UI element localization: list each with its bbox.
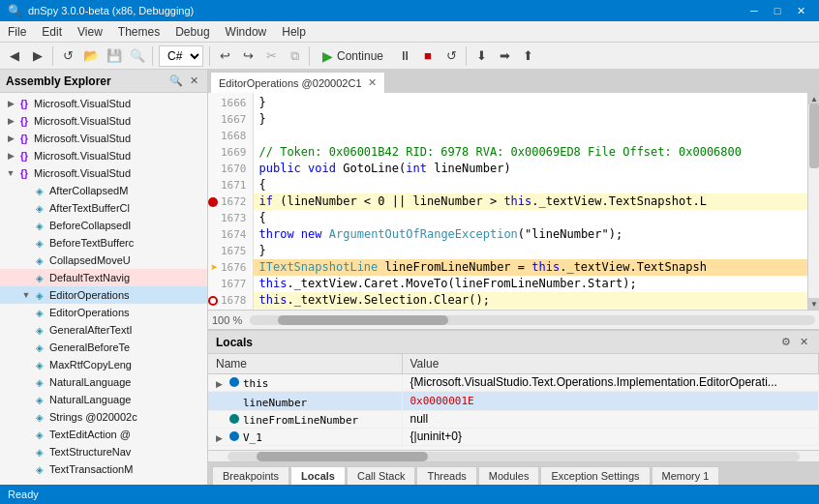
expand-icon-19[interactable] [19, 428, 33, 441]
tree-item-13[interactable]: ◈GeneralAfterTextI [0, 321, 207, 339]
tree-item-12[interactable]: ◈EditorOperations [0, 304, 207, 321]
menu-item-window[interactable]: Window [218, 22, 275, 42]
expand-icon-1[interactable]: ▶ [4, 114, 17, 128]
tree-item-1[interactable]: ▶{}Microsoft.VisualStud [0, 112, 207, 130]
editor-tab-close[interactable]: ✕ [368, 76, 377, 89]
tree-item-18[interactable]: ◈Strings @020002c [0, 408, 207, 426]
tree-item-16[interactable]: ◈NaturalLanguage [0, 373, 207, 391]
search-button[interactable]: 🔍 [127, 45, 148, 67]
pause-button[interactable]: ⏸ [394, 45, 415, 67]
menu-item-file[interactable]: File [0, 22, 34, 42]
tree-item-3[interactable]: ▶{}Microsoft.VisualStud [0, 147, 207, 164]
locals-h-scrollbar[interactable] [228, 452, 800, 461]
expand-icon-2[interactable]: ▶ [4, 132, 17, 145]
tree-item-11[interactable]: ▼◈EditorOperations [0, 286, 207, 304]
locals-expand-3[interactable]: ▶ [216, 433, 228, 443]
step-into-button[interactable]: ⬇ [470, 45, 492, 67]
expand-icon-4[interactable]: ▼ [4, 166, 17, 180]
expand-icon-18[interactable] [19, 410, 33, 424]
tree-item-14[interactable]: ◈GeneralBeforeTe [0, 339, 207, 356]
copy-button[interactable]: ⧉ [284, 45, 305, 67]
locals-row-3[interactable]: ▶V_1{|uninit+0} [208, 428, 819, 445]
step-over-button[interactable]: ➡ [494, 45, 515, 67]
refresh-button[interactable]: ↺ [57, 45, 78, 67]
tree-item-2[interactable]: ▶{}Microsoft.VisualStud [0, 130, 207, 147]
tree-item-10[interactable]: ◈DefaultTextNavig [0, 269, 207, 286]
tree-item-0[interactable]: ▶{}Microsoft.VisualStud [0, 95, 207, 112]
expand-icon-10[interactable] [19, 271, 33, 284]
bottom-tab-2[interactable]: Call Stack [347, 466, 416, 485]
menu-item-debug[interactable]: Debug [167, 22, 217, 42]
restart-button[interactable]: ↺ [440, 45, 462, 67]
locals-settings-button[interactable]: ⚙ [778, 335, 794, 350]
expand-icon-3[interactable]: ▶ [4, 149, 17, 163]
menu-item-edit[interactable]: Edit [34, 22, 70, 42]
cut-button[interactable]: ✂ [260, 45, 282, 67]
bottom-tab-6[interactable]: Memory 1 [652, 466, 720, 485]
locals-expand-0[interactable]: ▶ [216, 379, 228, 389]
tree-item-4[interactable]: ▼{}Microsoft.VisualStud [0, 164, 207, 182]
expand-icon-5[interactable] [19, 184, 33, 197]
h-scrollbar-thumb[interactable] [278, 315, 447, 325]
editor-tab[interactable]: EditorOperations @020002C1 ✕ [210, 72, 385, 93]
bottom-tab-1[interactable]: Locals [290, 466, 346, 485]
bottom-tab-4[interactable]: Modules [478, 466, 540, 485]
tree-item-5[interactable]: ◈AfterCollapsedM [0, 182, 207, 199]
open-button[interactable]: 📂 [80, 45, 102, 67]
locals-row-2[interactable]: lineFromLineNumbernull [208, 410, 819, 428]
scroll-thumb[interactable] [809, 104, 819, 168]
close-button[interactable]: ✕ [790, 0, 811, 21]
tree-item-8[interactable]: ◈BeforeTextBufferc [0, 234, 207, 252]
code-vscroll[interactable]: ▲ ▼ [807, 93, 819, 310]
bottom-tab-5[interactable]: Exception Settings [540, 466, 650, 485]
step-out-button[interactable]: ⬆ [517, 45, 538, 67]
code-text[interactable]: } } // Token: 0x06001B42 RID: 6978 RVA: … [254, 93, 808, 310]
tree-item-19[interactable]: ◈TextEditAction @ [0, 426, 207, 443]
h-scrollbar[interactable] [250, 315, 815, 325]
locals-close-button[interactable]: ✕ [796, 335, 811, 350]
redo-button[interactable]: ↪ [237, 45, 258, 67]
expand-icon-16[interactable] [19, 375, 33, 389]
tree-item-17[interactable]: ◈NaturalLanguage [0, 391, 207, 408]
locals-row-0[interactable]: ▶this{Microsoft.VisualStudio.Text.Operat… [208, 373, 819, 391]
tree-item-21[interactable]: ◈TextTransactionM [0, 460, 207, 478]
stop-button[interactable]: ■ [417, 45, 439, 67]
ae-close-button[interactable]: ✕ [186, 74, 201, 89]
expand-icon-17[interactable] [19, 393, 33, 406]
scroll-up-button[interactable]: ▲ [808, 93, 819, 104]
expand-icon-13[interactable] [19, 323, 33, 337]
bottom-tab-0[interactable]: Breakpoints [212, 466, 289, 485]
expand-icon-8[interactable] [19, 236, 33, 250]
maximize-button[interactable]: □ [767, 0, 788, 21]
language-select[interactable]: C# IL [159, 45, 203, 67]
expand-icon-21[interactable] [19, 462, 33, 476]
menu-item-help[interactable]: Help [274, 22, 314, 42]
expand-icon-14[interactable] [19, 341, 33, 354]
nav-forward-button[interactable]: ▶ [27, 45, 48, 67]
tree-item-20[interactable]: ◈TextStructureNav [0, 443, 207, 460]
locals-hscroll[interactable] [208, 450, 819, 461]
menu-item-view[interactable]: View [70, 22, 110, 42]
tree-item-7[interactable]: ◈BeforeCollapsedI [0, 217, 207, 234]
menu-item-themes[interactable]: Themes [110, 22, 167, 42]
tree-item-9[interactable]: ◈CollapsedMoveU [0, 252, 207, 269]
expand-icon-6[interactable] [19, 201, 33, 215]
expand-icon-7[interactable] [19, 219, 33, 232]
save-button[interactable]: 💾 [104, 45, 125, 67]
breakpoint-outline[interactable] [208, 296, 218, 306]
undo-button[interactable]: ↩ [214, 45, 235, 67]
bottom-tab-3[interactable]: Threads [416, 466, 476, 485]
scroll-down-button[interactable]: ▼ [808, 298, 819, 310]
expand-icon-9[interactable] [19, 253, 33, 267]
minimize-button[interactable]: ─ [743, 0, 765, 21]
nav-back-button[interactable]: ◀ [4, 45, 25, 67]
breakpoint-dot[interactable] [208, 197, 218, 207]
expand-icon-12[interactable] [19, 306, 33, 319]
expand-icon-0[interactable]: ▶ [4, 97, 17, 110]
tree-item-6[interactable]: ◈AfterTextBufferCl [0, 199, 207, 217]
tree-item-15[interactable]: ◈MaxRtfCopyLeng [0, 356, 207, 373]
expand-icon-15[interactable] [19, 358, 33, 371]
ae-search-button[interactable]: 🔍 [168, 74, 184, 89]
locals-row-1[interactable]: lineNumber0x0000001E [208, 391, 819, 410]
expand-icon-20[interactable] [19, 445, 33, 459]
